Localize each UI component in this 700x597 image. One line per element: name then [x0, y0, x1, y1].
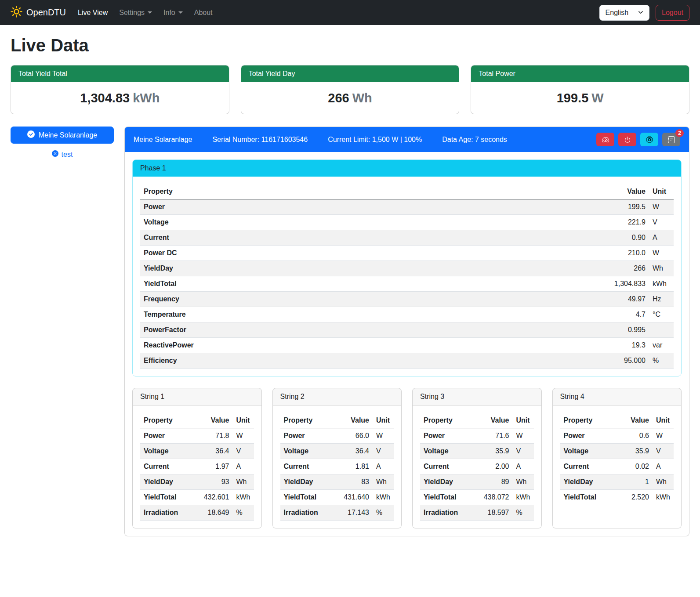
card-title: Total Yield Day: [241, 65, 459, 82]
table-row: YieldDay1Wh: [560, 474, 674, 490]
unit-cell: %: [373, 505, 394, 521]
table-row: Power71.8W: [140, 428, 254, 444]
page-content: Live Data Total Yield Total 1,304.83kWh …: [0, 25, 700, 549]
limit-settings-button[interactable]: [596, 133, 614, 146]
unit-cell: %: [649, 353, 674, 369]
unit-cell: kWh: [513, 490, 534, 505]
value-cell: 1.81: [332, 459, 373, 474]
brand[interactable]: OpenDTU: [11, 6, 66, 20]
table-row: Power0.6W: [560, 428, 674, 444]
total-yield-total-card: Total Yield Total 1,304.83kWh: [11, 65, 229, 114]
table-row: Voltage36.4V: [280, 444, 394, 459]
inverter-name: Meine Solaranlage: [134, 136, 192, 144]
inverter-button-meine-solaranlage[interactable]: Meine Solaranlage: [11, 127, 114, 144]
inverter-sidebar: Meine Solaranlage test: [11, 127, 114, 159]
unit-cell: V: [373, 444, 394, 459]
value-cell: 35.9: [617, 444, 653, 459]
property-cell: Power: [140, 199, 445, 215]
inverter-link-test[interactable]: test: [11, 150, 114, 159]
nav-info[interactable]: Info: [158, 5, 189, 20]
value-cell: 18.649: [192, 505, 232, 521]
table-row: Voltage221.9V: [140, 215, 674, 230]
value-cell: 1: [617, 474, 653, 490]
check-circle-icon: [27, 130, 35, 140]
table-row: Voltage36.4V: [140, 444, 254, 459]
nav-live-view[interactable]: Live View: [72, 5, 113, 20]
nav-settings[interactable]: Settings: [113, 5, 158, 20]
unit-cell: V: [653, 444, 674, 459]
value-cell: 19.3: [445, 338, 649, 353]
value-cell: 0.6: [617, 428, 653, 444]
table-header-row: Property Value Unit: [560, 413, 674, 428]
value-cell: 432.601: [192, 490, 232, 505]
property-cell: Power DC: [140, 246, 445, 261]
event-log-button[interactable]: 2: [662, 133, 680, 146]
table-row: Power66.0W: [280, 428, 394, 444]
chevron-down-icon: [638, 9, 643, 17]
value-cell: 66.0: [332, 428, 373, 444]
unit-cell: Wh: [653, 474, 674, 490]
unit-cell: Wh: [373, 474, 394, 490]
nav-about[interactable]: About: [189, 5, 218, 20]
unit-cell: W: [373, 428, 394, 444]
table-header-row: Property Value Unit: [280, 413, 394, 428]
string-3-card: String 3 Property Value Unit: [412, 388, 542, 528]
property-cell: Current: [140, 459, 192, 474]
table-row: Current1.81A: [280, 459, 394, 474]
unit-cell: kWh: [373, 490, 394, 505]
card-body: 199.5W: [471, 82, 689, 114]
string-title: String 2: [273, 388, 402, 405]
current-limit: Current Limit: 1,500 W | 100%: [328, 136, 422, 144]
value-cell: 17.143: [332, 505, 373, 521]
col-property: Property: [420, 413, 472, 428]
property-cell: Voltage: [280, 444, 332, 459]
string-4-table: Property Value Unit Power0.6WVoltage35.9…: [560, 413, 674, 505]
power-button[interactable]: [618, 133, 636, 146]
value-cell: 71.6: [472, 428, 512, 444]
table-row: Current1.97A: [140, 459, 254, 474]
property-cell: Power: [280, 428, 332, 444]
table-row: ReactivePower19.3var: [140, 338, 674, 353]
value-cell: 431.640: [332, 490, 373, 505]
table-row: YieldTotal1,304.833kWh: [140, 276, 674, 292]
unit-cell: W: [649, 246, 674, 261]
value-cell: 2.00: [472, 459, 512, 474]
unit-cell: A: [233, 459, 254, 474]
unit-cell: A: [513, 459, 534, 474]
property-cell: Temperature: [140, 307, 445, 322]
table-row: Power71.6W: [420, 428, 534, 444]
unit-cell: kWh: [653, 490, 674, 505]
col-unit: Unit: [653, 413, 674, 428]
string-1-card: String 1 Property Value Unit: [132, 388, 262, 528]
value-cell: 36.4: [192, 444, 232, 459]
serial-number: Serial Number: 116171603546: [212, 136, 308, 144]
property-cell: Current: [420, 459, 472, 474]
property-cell: Efficiency: [140, 353, 445, 369]
unit-cell: A: [653, 459, 674, 474]
nav-info-label: Info: [163, 9, 175, 17]
language-select[interactable]: English: [599, 5, 649, 21]
value-cell: 438.072: [472, 490, 512, 505]
nav-links: Live View Settings Info About: [72, 5, 218, 20]
data-age: Data Age: 7 seconds: [442, 136, 507, 144]
property-cell: YieldTotal: [420, 490, 472, 505]
card-value: 1,304.83: [80, 91, 130, 105]
property-cell: Voltage: [420, 444, 472, 459]
chevron-down-icon: [148, 11, 152, 14]
unit-cell: A: [649, 230, 674, 246]
string-2-card: String 2 Property Value Unit: [272, 388, 402, 528]
restart-button[interactable]: [640, 133, 658, 146]
string-1-table: Property Value Unit Power71.8WVoltage36.…: [140, 413, 254, 521]
property-cell: Frequency: [140, 292, 445, 307]
value-cell: 4.7: [445, 307, 649, 322]
table-row: Current0.90A: [140, 230, 674, 246]
logout-button[interactable]: Logout: [656, 5, 689, 21]
card-unit: W: [591, 91, 603, 105]
property-cell: Irradiation: [140, 505, 192, 521]
col-unit: Unit: [233, 413, 254, 428]
inverter-panel-header: Meine Solaranlage Serial Number: 1161716…: [125, 127, 689, 152]
string-2-table: Property Value Unit Power66.0WVoltage36.…: [280, 413, 394, 521]
table-row: Current0.02A: [560, 459, 674, 474]
unit-cell: Wh: [513, 474, 534, 490]
string-4-card: String 4 Property Value Unit: [552, 388, 682, 528]
